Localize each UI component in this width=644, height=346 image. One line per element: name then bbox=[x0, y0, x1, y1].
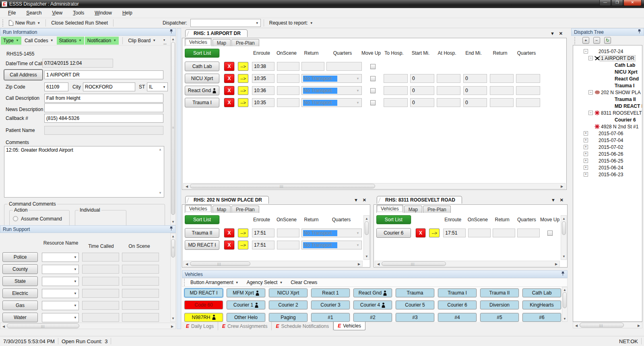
assign-arrow-button[interactable]: --> bbox=[238, 241, 248, 249]
tree-expander-icon[interactable]: − bbox=[588, 90, 593, 95]
remove-vehicle-button[interactable]: X bbox=[224, 98, 234, 107]
vehicles-toolbar-clear-crews[interactable]: Clear Crews bbox=[288, 279, 320, 286]
vehicle-grid-button[interactable]: NICU Xprt bbox=[269, 288, 308, 297]
time-called-field[interactable] bbox=[82, 265, 119, 274]
vehicle-grid-button[interactable]: N987RH bbox=[184, 313, 223, 322]
tree-date-node[interactable]: +2015-06-23 bbox=[573, 171, 642, 178]
tree-expander-icon[interactable]: − bbox=[588, 56, 593, 60]
resource-name-combo[interactable]: ▼ bbox=[42, 289, 79, 298]
run-support-electric-button[interactable]: Electric bbox=[2, 288, 38, 298]
vehicle-grid-button[interactable]: React 1 bbox=[311, 288, 350, 297]
tree-vehicle-node[interactable]: React Gnd bbox=[573, 75, 642, 82]
enroute-field[interactable] bbox=[252, 86, 275, 95]
tab-pre-plan[interactable]: Pre-Plan bbox=[423, 206, 451, 213]
tree-horizontal-scrollbar[interactable]: ◀ ||| ▶ bbox=[573, 322, 642, 328]
assign-arrow-button[interactable]: --> bbox=[238, 98, 248, 107]
panel-vertical-scrollbar[interactable]: ▲▼ bbox=[561, 215, 567, 260]
panel-horizontal-scrollbar[interactable]: ◀|||▶ bbox=[375, 261, 560, 267]
return-combo[interactable]: No Transport▼ bbox=[301, 241, 362, 249]
assign-arrow-button[interactable]: --> bbox=[429, 229, 440, 237]
vehicle-grid-button[interactable]: Trauma II bbox=[480, 288, 519, 297]
runinfo-menu-type[interactable]: Type▼ bbox=[1, 37, 21, 45]
panel-menu-icon[interactable]: ▼ bbox=[550, 31, 555, 36]
zip-field[interactable] bbox=[44, 82, 68, 91]
remove-vehicle-button[interactable]: X bbox=[416, 229, 426, 237]
vehicle-grid-button[interactable]: #4 bbox=[438, 313, 477, 322]
panel-menu-icon[interactable]: ▼ bbox=[354, 198, 358, 202]
time-called-field[interactable] bbox=[82, 253, 119, 262]
panel-title-tab[interactable]: RHS: 202 N SHOW PLACE DR bbox=[185, 196, 269, 204]
panel-horizontal-scrollbar[interactable]: ◀|||▶ bbox=[183, 183, 566, 189]
tree-vehicle-node[interactable]: Cath Lab bbox=[573, 62, 642, 68]
assign-arrow-button[interactable]: --> bbox=[238, 62, 248, 71]
vehicle-button[interactable]: Trauma II bbox=[185, 228, 219, 238]
expand-all-button[interactable]: + bbox=[582, 37, 589, 44]
tab-vehicles[interactable]: Vehicles bbox=[376, 205, 403, 213]
time-called-field[interactable] bbox=[82, 301, 119, 310]
call-description-field[interactable] bbox=[44, 94, 163, 103]
tree-date-node[interactable]: +2015-07-04 bbox=[573, 137, 642, 144]
vehicle-grid-button[interactable]: Courier 5 bbox=[396, 301, 434, 309]
doc-tab-vehicles[interactable]: EVehicles bbox=[333, 322, 365, 330]
runinfo-menu-notification[interactable]: Notification▼ bbox=[85, 37, 119, 45]
runinfo-menu-clip-board[interactable]: Clip Board▼ bbox=[126, 37, 158, 45]
vehicle-grid-button[interactable]: KingHearts bbox=[522, 301, 561, 309]
call-address-field[interactable] bbox=[44, 70, 163, 79]
resource-name-combo[interactable]: ▼ bbox=[42, 265, 79, 274]
onscene-field[interactable] bbox=[277, 86, 299, 95]
pin-icon[interactable] bbox=[169, 29, 173, 35]
tab-map[interactable]: Map bbox=[404, 206, 422, 213]
menu-window[interactable]: Window bbox=[91, 9, 116, 17]
onscene-field[interactable] bbox=[277, 62, 299, 71]
remove-vehicle-button[interactable]: X bbox=[224, 229, 234, 237]
run-support-gas-button[interactable]: Gas bbox=[2, 301, 38, 310]
time-called-field[interactable] bbox=[82, 313, 119, 322]
pin-icon[interactable] bbox=[638, 29, 641, 35]
vehicle-grid-button[interactable]: Other Helo bbox=[227, 313, 265, 322]
toolbar-overflow-icon[interactable]: ▾— bbox=[163, 38, 167, 45]
enroute-field[interactable] bbox=[252, 98, 275, 107]
assign-arrow-button[interactable]: --> bbox=[238, 229, 248, 237]
on-scene-field[interactable] bbox=[122, 265, 159, 274]
tab-pre-plan[interactable]: Pre-Plan bbox=[231, 39, 259, 46]
return2-field[interactable] bbox=[490, 86, 514, 95]
panel-close-icon[interactable]: ✕ bbox=[559, 31, 563, 36]
onscene-field[interactable] bbox=[277, 241, 299, 249]
vehicle-grid-button[interactable]: #3 bbox=[396, 313, 434, 322]
vehicle-button[interactable]: MD REACT I bbox=[185, 240, 219, 250]
onscene-field[interactable] bbox=[468, 229, 491, 237]
call-address-button[interactable]: Call Address bbox=[4, 70, 43, 80]
runinfo-menu-stations[interactable]: Stations▼ bbox=[57, 37, 84, 45]
move-up-checkbox[interactable] bbox=[547, 231, 553, 236]
tree-expander-icon[interactable]: + bbox=[584, 165, 588, 170]
resource-name-combo[interactable]: ▼ bbox=[42, 277, 79, 286]
resource-name-combo[interactable]: ▼ bbox=[42, 313, 79, 322]
return-combo[interactable]: No Transport▼ bbox=[301, 74, 362, 83]
vehicles-toolbar-agency-select[interactable]: Agency Select▼ bbox=[244, 279, 285, 286]
tree-vehicle-node[interactable]: Trauma I bbox=[573, 82, 642, 89]
scroll-down-icon[interactable]: ▼ bbox=[159, 191, 162, 195]
tree-expander-icon[interactable]: + bbox=[584, 172, 588, 177]
quarters2-field[interactable] bbox=[516, 98, 540, 107]
sort-list-button[interactable]: Sort List bbox=[185, 215, 219, 224]
tree-expander-icon[interactable]: + bbox=[584, 131, 588, 136]
remove-vehicle-button[interactable]: X bbox=[224, 62, 234, 71]
move-up-checkbox[interactable] bbox=[370, 100, 376, 105]
state-combo[interactable]: IL▼ bbox=[147, 82, 168, 91]
tree-run-node[interactable]: −202 N SHOW PLA bbox=[573, 89, 642, 96]
tab-map[interactable]: Map bbox=[213, 39, 231, 46]
panel-vertical-scrollbar[interactable]: ▲▼ bbox=[363, 215, 369, 260]
vehicle-grid-button[interactable]: #6 bbox=[522, 313, 561, 322]
datetime-field[interactable] bbox=[42, 59, 113, 68]
panel-horizontal-scrollbar[interactable]: ◀|||▶ bbox=[183, 261, 363, 267]
form-vertical-scrollbar[interactable]: ▲ ≡ ▼ bbox=[170, 36, 176, 225]
tree-expander-icon[interactable]: − bbox=[584, 49, 588, 54]
remove-vehicle-button[interactable]: X bbox=[224, 74, 234, 83]
vehicle-grid-button[interactable]: #2 bbox=[353, 313, 392, 322]
panel-menu-icon[interactable]: ▼ bbox=[551, 198, 555, 202]
tree-expander-icon[interactable]: + bbox=[584, 145, 588, 149]
assume-command-radio[interactable] bbox=[13, 216, 18, 221]
tree-run-node[interactable]: −8311 ROOSEVELT bbox=[573, 109, 642, 116]
vehicle-button[interactable]: React Gnd bbox=[185, 86, 219, 95]
vehicles-vertical-scrollbar[interactable]: ▲ ▼ bbox=[562, 287, 568, 322]
